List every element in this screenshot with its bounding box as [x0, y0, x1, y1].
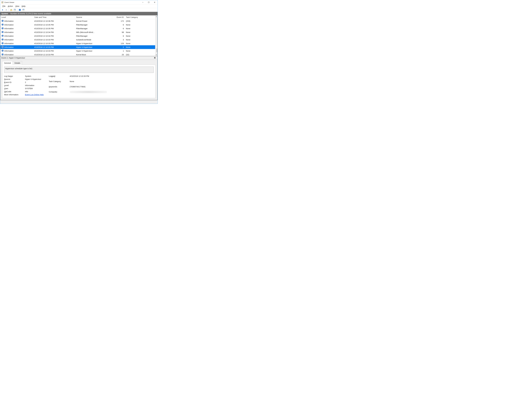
- cell-eventid: 25: [112, 53, 125, 56]
- menu-help[interactable]: Help: [21, 5, 26, 7]
- scroll-down-icon[interactable]: [155, 54, 157, 56]
- lbl-logged: Logged:: [49, 75, 68, 79]
- val-eventid: 2: [25, 81, 44, 83]
- cell-taskcat: None: [125, 45, 157, 49]
- menu-file[interactable]: File: [1, 5, 6, 7]
- cell-level: Information: [4, 46, 14, 48]
- tab-general[interactable]: General: [2, 61, 13, 65]
- lbl-level: Level:: [4, 84, 24, 86]
- cell-source: FilterManager: [75, 34, 112, 38]
- scroll-up-icon[interactable]: [155, 15, 157, 18]
- col-datetime[interactable]: Date and Time: [33, 15, 75, 19]
- detail-close-button[interactable]: ✕: [153, 57, 156, 59]
- lbl-moreinfo: More Information:: [4, 94, 24, 96]
- svg-point-39: [2, 43, 3, 43]
- tab-panel-general: Hypervisor scheduler type is 0x2. Log Na…: [2, 65, 156, 98]
- cell-eventid: 1: [112, 49, 125, 53]
- scroll-thumb[interactable]: [156, 48, 157, 52]
- event-grid[interactable]: Level Date and Time Source Event ID Task…: [0, 15, 157, 56]
- toolbar-separator: [17, 9, 17, 11]
- cell-taskcat: None: [125, 42, 157, 45]
- window-close-button[interactable]: [152, 0, 157, 4]
- cell-datetime: 4/10/2018 12:10:33 PM: [33, 42, 75, 45]
- cell-eventid: 2: [112, 45, 125, 49]
- section-summary: Number of events: 3,179 (!) New events a…: [11, 13, 51, 15]
- grid-header-row[interactable]: Level Date and Time Source Event ID Task…: [0, 15, 157, 19]
- svg-rect-3: [2, 3, 3, 3]
- cell-taskcat: None: [125, 38, 157, 42]
- info-icon: [1, 31, 4, 34]
- svg-rect-26: [2, 32, 3, 33]
- cell-source: Hyper-V-Hypervisor: [75, 42, 112, 45]
- detail-header: Event 2, Hyper-V-Hypervisor ✕: [0, 56, 157, 60]
- menu-view[interactable]: View: [14, 5, 20, 7]
- tab-details[interactable]: Details: [13, 61, 22, 65]
- section-title: System: [1, 13, 8, 15]
- table-row[interactable]: Information4/10/2018 12:10:33 PMHyper-V-…: [0, 45, 157, 49]
- svg-point-31: [2, 35, 3, 35]
- table-row[interactable]: Information4/10/2018 12:10:34 PMFilterMa…: [0, 34, 157, 38]
- svg-point-47: [2, 50, 3, 50]
- cell-eventid: 6: [112, 27, 125, 30]
- toolbar-help-button[interactable]: ?: [18, 9, 21, 11]
- table-row[interactable]: Information4/10/2018 12:10:33 PMKernel-B…: [0, 53, 157, 56]
- svg-rect-30: [2, 36, 3, 36]
- toolbar-properties-button[interactable]: [13, 9, 16, 11]
- svg-point-27: [2, 31, 3, 32]
- event-viewer-window: Event Viewer File Action View Help: [0, 0, 158, 104]
- cell-eventid: 6: [112, 34, 125, 38]
- col-source[interactable]: Source: [75, 15, 112, 19]
- val-user: SYSTEM: [25, 87, 44, 90]
- event-message: Hypervisor scheduler type is 0x2.: [4, 67, 154, 73]
- svg-rect-42: [2, 47, 3, 47]
- table-row[interactable]: Information4/10/2018 12:10:33 PMIsolated…: [0, 38, 157, 42]
- table-row[interactable]: Information4/10/2018 12:10:33 PMHyper-V-…: [0, 49, 157, 53]
- window-minimize-button[interactable]: [140, 0, 146, 4]
- cell-eventid: 98: [112, 30, 125, 34]
- toolbar-back-button[interactable]: [1, 9, 4, 11]
- link-event-log-help[interactable]: Event Log Online Help: [25, 94, 44, 96]
- svg-point-51: [2, 54, 3, 54]
- info-icon: [1, 38, 4, 41]
- table-row[interactable]: Information4/10/2018 12:10:36 PMKernel-P…: [0, 19, 157, 23]
- window-maximize-button[interactable]: [146, 0, 152, 4]
- info-icon: [1, 35, 4, 37]
- svg-rect-7: [14, 9, 16, 10]
- list-scrollbar[interactable]: [155, 15, 157, 56]
- table-row[interactable]: Information4/10/2018 12:10:34 PMNtfs (Mi…: [0, 30, 157, 34]
- toolbar-up-button[interactable]: [10, 9, 13, 11]
- menu-action[interactable]: Action: [7, 5, 14, 7]
- col-taskcat[interactable]: Task Category: [125, 15, 157, 19]
- toolbar-forward-button[interactable]: [5, 9, 8, 11]
- cell-datetime: 4/10/2018 12:10:35 PM: [33, 23, 75, 27]
- col-level[interactable]: Level: [0, 15, 33, 19]
- table-row[interactable]: Information4/10/2018 12:10:35 PMFilterMa…: [0, 23, 157, 27]
- table-row[interactable]: Information4/10/2018 12:10:35 PMFilterMa…: [0, 27, 157, 30]
- cell-level: Information: [4, 35, 14, 37]
- cell-level: Information: [4, 24, 14, 26]
- toolbar-refresh-button[interactable]: [22, 9, 25, 11]
- toolbar-separator: [9, 9, 9, 11]
- svg-rect-18: [2, 24, 3, 25]
- table-row[interactable]: Information4/10/2018 12:10:33 PMHyper-V-…: [0, 42, 157, 45]
- lbl-taskcat: Task Category:: [49, 80, 68, 85]
- cell-datetime: 4/10/2018 12:10:33 PM: [33, 53, 75, 56]
- lbl-logname: Log Name:: [4, 75, 24, 77]
- app-icon: [1, 1, 3, 3]
- cell-taskcat: (203): [125, 19, 157, 23]
- svg-point-19: [2, 24, 3, 24]
- info-icon: [1, 46, 4, 48]
- cell-datetime: 4/10/2018 12:10:34 PM: [33, 34, 75, 38]
- col-eventid[interactable]: Event ID: [112, 15, 125, 19]
- cell-taskcat: None: [125, 34, 157, 38]
- cell-eventid: 129: [112, 42, 125, 45]
- val-logged: 4/10/2018 12:10:33 PM: [70, 75, 107, 79]
- info-icon: [1, 42, 4, 45]
- cell-source: Kernel-Power: [75, 19, 112, 23]
- svg-rect-2: [2, 2, 3, 3]
- cell-level: Information: [4, 20, 14, 22]
- svg-point-15: [2, 20, 3, 21]
- cell-eventid: 3: [112, 38, 125, 42]
- lbl-opcode: OpCode:: [4, 91, 24, 93]
- cell-eventid: 6: [112, 23, 125, 27]
